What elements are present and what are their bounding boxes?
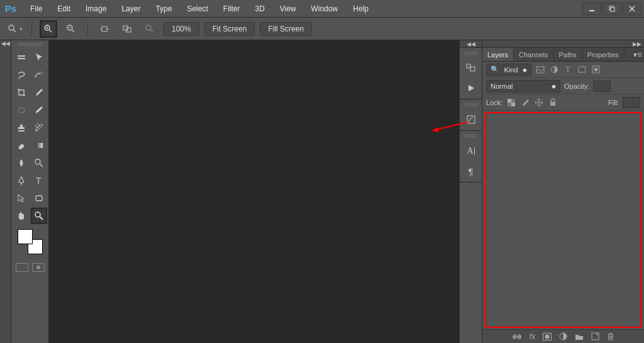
panel-tabs: Layers Channels Paths Properties ▾≡ — [482, 48, 644, 62]
panel-menu-icon[interactable]: ▾≡ — [631, 48, 644, 61]
blend-mode-select[interactable]: Normal◆ — [486, 80, 560, 93]
eyedropper-tool-icon[interactable] — [31, 84, 47, 101]
panel-grip[interactable] — [465, 135, 477, 138]
menu-file[interactable]: File — [23, 0, 50, 18]
tab-paths[interactable]: Paths — [554, 48, 582, 61]
new-layer-icon[interactable] — [591, 332, 599, 340]
opacity-field[interactable] — [593, 81, 611, 92]
svg-line-8 — [49, 30, 52, 32]
layer-filter-row: 🔍Kind◆ T — [482, 62, 644, 78]
svg-rect-36 — [579, 67, 586, 72]
pen-tool-icon[interactable] — [13, 172, 30, 189]
panel-grip[interactable] — [465, 52, 477, 55]
quick-mask-mode-icon[interactable] — [32, 263, 45, 272]
workspace: ◀◀ T — [0, 40, 644, 343]
color-swatches[interactable] — [18, 229, 43, 254]
patch-tool-icon[interactable] — [13, 102, 30, 118]
lock-position-icon[interactable] — [534, 98, 544, 108]
panel-grip[interactable] — [465, 103, 477, 106]
fill-field[interactable] — [623, 97, 640, 108]
svg-point-19 — [146, 25, 151, 30]
collapse-mid-strip[interactable]: ◀◀ — [460, 40, 482, 48]
lock-all-icon[interactable] — [548, 98, 558, 108]
tab-layers[interactable]: Layers — [482, 48, 514, 61]
layer-fx-icon[interactable]: fx — [530, 332, 535, 341]
brush-panel-icon[interactable] — [464, 113, 478, 127]
foreground-color-swatch[interactable] — [18, 229, 33, 244]
move-tool-aux-icon[interactable] — [13, 49, 30, 65]
layers-list-highlighted[interactable] — [485, 112, 641, 328]
filter-kind-select[interactable]: 🔍Kind◆ — [486, 64, 531, 76]
quick-select-tool-icon[interactable] — [31, 67, 47, 83]
link-layers-icon[interactable] — [512, 333, 522, 340]
svg-rect-29 — [36, 196, 42, 201]
zoom-in-icon[interactable] — [40, 20, 57, 38]
type-tool-icon[interactable]: T — [31, 172, 47, 189]
window-minimize-button[interactable] — [582, 3, 601, 15]
document-canvas[interactable] — [49, 40, 459, 343]
paragraph-panel-icon[interactable]: ¶ — [464, 164, 478, 178]
fit-screen-button[interactable]: Fit Screen — [204, 22, 255, 36]
brush-tool-icon[interactable] — [31, 102, 47, 118]
options-bar: 100% Fit Screen Fill Screen — [0, 18, 644, 40]
menu-3d[interactable]: 3D — [247, 0, 272, 18]
lock-pixels-icon[interactable] — [520, 98, 530, 108]
menu-window[interactable]: Window — [304, 0, 346, 18]
lock-transparent-icon[interactable] — [506, 98, 516, 108]
crop-tool-icon[interactable] — [13, 84, 30, 101]
window-close-button[interactable] — [623, 3, 641, 15]
collapse-right-strip[interactable]: ▶▶ — [482, 40, 644, 48]
shape-tool-icon[interactable] — [31, 190, 47, 206]
filter-type-icon[interactable]: T — [563, 65, 573, 75]
layer-mask-icon[interactable] — [543, 333, 552, 340]
resize-windows-icon[interactable] — [96, 20, 113, 38]
lasso-tool-icon[interactable] — [13, 67, 30, 83]
history-panel-icon[interactable] — [464, 61, 478, 75]
menu-edit[interactable]: Edit — [50, 0, 78, 18]
zoom-level-button[interactable]: 100% — [164, 22, 199, 36]
zoom-all-windows-icon[interactable] — [118, 20, 136, 38]
tool-preset-picker[interactable] — [6, 20, 24, 38]
filter-adjust-icon[interactable] — [549, 65, 559, 75]
svg-rect-21 — [18, 55, 25, 57]
tab-properties[interactable]: Properties — [582, 48, 625, 61]
menu-select[interactable]: Select — [179, 0, 215, 18]
new-group-icon[interactable] — [575, 333, 584, 340]
hand-tool-icon[interactable] — [13, 208, 30, 224]
move-tool-icon[interactable] — [31, 49, 47, 65]
menu-filter[interactable]: Filter — [216, 0, 248, 18]
path-select-tool-icon[interactable] — [13, 190, 30, 206]
menu-type[interactable]: Type — [148, 0, 179, 18]
lock-label: Lock: — [486, 99, 502, 106]
svg-line-20 — [150, 30, 153, 32]
zoom-out-icon[interactable] — [62, 20, 80, 38]
adjustment-layer-icon[interactable] — [559, 332, 567, 340]
dodge-tool-icon[interactable] — [31, 155, 47, 171]
standard-mode-icon[interactable] — [16, 263, 28, 272]
window-maximize-button[interactable] — [602, 3, 621, 15]
filter-smart-icon[interactable] — [591, 65, 601, 75]
svg-rect-49 — [592, 333, 599, 340]
history-brush-tool-icon[interactable] — [31, 120, 47, 136]
zoom-tool-icon[interactable] — [31, 208, 47, 224]
fill-screen-button[interactable]: Fill Screen — [260, 22, 312, 36]
filter-shape-icon[interactable] — [577, 65, 587, 75]
tab-channels[interactable]: Channels — [514, 48, 553, 61]
collapsed-dock: ◀◀ A ¶ — [459, 40, 482, 343]
menu-layer[interactable]: Layer — [114, 0, 148, 18]
character-panel-icon[interactable]: A — [464, 144, 478, 158]
menu-help[interactable]: Help — [345, 0, 376, 18]
panel-grip[interactable] — [18, 43, 43, 47]
collapse-left-strip[interactable]: ◀◀ — [0, 40, 11, 343]
menu-image[interactable]: Image — [78, 0, 114, 18]
menu-view[interactable]: View — [272, 0, 304, 18]
blur-tool-icon[interactable] — [13, 155, 30, 171]
delete-layer-icon[interactable] — [607, 332, 614, 341]
svg-line-31 — [40, 216, 43, 220]
eraser-tool-icon[interactable] — [13, 137, 30, 154]
scrubby-zoom-icon[interactable] — [141, 20, 158, 38]
actions-panel-icon[interactable] — [464, 81, 478, 95]
gradient-tool-icon[interactable] — [31, 137, 47, 154]
filter-pixel-icon[interactable] — [535, 65, 545, 75]
stamp-tool-icon[interactable] — [13, 120, 30, 136]
